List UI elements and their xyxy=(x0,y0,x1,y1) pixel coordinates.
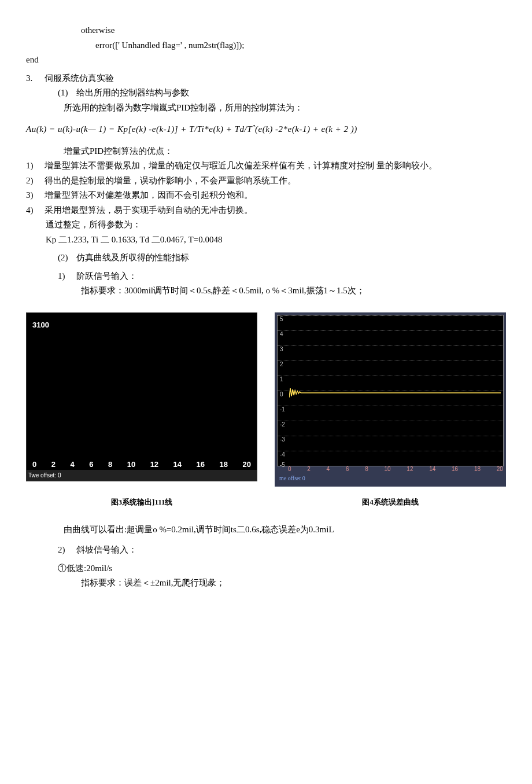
fig3-ylabel: 3100 xyxy=(32,319,49,332)
fig4-xt: 14 xyxy=(429,464,435,474)
pid-desc: 所选用的控制器为数字增嵐式PID控制器，所用的控制算法为： xyxy=(64,101,506,116)
fig4-xt: 16 xyxy=(452,464,458,474)
fig4-xt: 2 xyxy=(307,464,311,474)
step-title: 阶跃信号输入： xyxy=(76,269,137,284)
fig4-xt: 20 xyxy=(497,464,503,474)
step-req: 指标要求：3000mil调节时间＜0.5s,静差＜0.5mil, o %＜3mi… xyxy=(81,284,506,299)
code-error: error([' Unhandled flag=' , num2str(flag… xyxy=(95,38,506,53)
code-otherwise: otherwise xyxy=(81,23,506,38)
subsection-1-title: 给出所用的控制器结构与参数 xyxy=(76,86,189,101)
code-end: end xyxy=(26,53,506,68)
figure-4: 5 4 3 2 1 0 -1 -2 -3 -4 -5 xyxy=(275,312,506,487)
error-trace xyxy=(289,388,501,397)
fig4-xt: 18 xyxy=(474,464,481,474)
adv-2: 得出的是控制最的增量，误动作影响小，不会严重影响系统工作。 xyxy=(45,174,296,189)
adv-4: 采用增最型算法，易于实现手动到自动的无冲击切换。 xyxy=(45,203,253,218)
fig4-xt: 12 xyxy=(407,464,413,474)
fig4-xt: 4 xyxy=(327,464,330,474)
fig4-yt: -5 xyxy=(280,460,285,470)
ramp-req: 指标要求：误差＜±2mil,无爬行现彖； xyxy=(81,576,506,591)
adv-3: 增量型算法不对偏差做累加，因而不会引起积分饱和。 xyxy=(45,188,253,203)
ramp-low: ①低速:20mil/s xyxy=(58,561,506,576)
subsection-2-num: (2) xyxy=(58,251,76,266)
adv-1: 增量型算法不需要做累加，增量的确定仅与瑕近几次偏差采样值有关，计算精度对控制 量… xyxy=(45,159,437,174)
adv-4-num: 4) xyxy=(26,203,45,218)
adv-2-num: 2) xyxy=(26,174,45,189)
subsection-1-num: (1) xyxy=(58,86,76,101)
fig4-xaxis: 0 2 4 6 8 10 12 14 16 18 20 xyxy=(288,464,503,474)
adv-3-num: 3) xyxy=(26,188,45,203)
section-3-num: 3. xyxy=(26,71,45,86)
pid-formula: Au(k) = u(k)-u(k— 1) = Kp[e(k) -e(k-1)] … xyxy=(26,122,506,137)
conclusion: 由曲线可以看出:超调量o %=0.2mil,调节时间ts二0.6s,稳态误差e为… xyxy=(64,522,506,538)
step-num: 1) xyxy=(58,269,76,284)
ramp-num: 2) xyxy=(58,543,76,558)
figure-3: 3100 0 2 4 6 8 10 12 14 16 18 20 Twe off… xyxy=(26,312,257,487)
ramp-title: 斜坡信号输入： xyxy=(76,543,137,558)
fig4-xt: 0 xyxy=(288,464,291,474)
tune-text: 通过整定，所得参数为： xyxy=(46,218,506,233)
params: Kp 二1.233, Ti 二 0.1633, Td 二0.0467, T=0.… xyxy=(46,233,506,248)
fig4-caption: 图4系统误差曲线 xyxy=(275,496,506,509)
fig3-caption: 图3系统输出]111线 xyxy=(26,496,257,509)
adv-title: 增量式PID控制算法的优点： xyxy=(64,144,506,159)
fig3-footer: Twe offset: 0 xyxy=(27,470,257,481)
fig4-xt: 6 xyxy=(346,464,349,474)
fig4-xt: 8 xyxy=(365,464,368,474)
fig4-xt: 10 xyxy=(384,464,390,474)
adv-1-num: 1) xyxy=(26,159,45,174)
subsection-2-title: 仿真曲线及所収得的性能指标 xyxy=(76,251,189,266)
section-3-title: 伺服系统仿真实验 xyxy=(45,71,114,86)
